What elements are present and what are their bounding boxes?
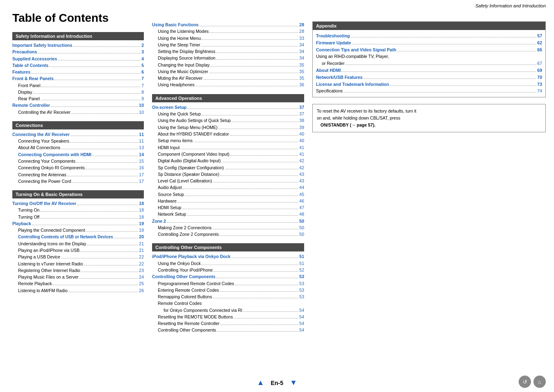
header-title: Safety Information and Introduction [476, 3, 546, 8]
toc-item-remap: Remapping Colored Buttons [158, 293, 212, 300]
back-icon: ↺ [523, 379, 527, 385]
toc-item-headphones: Using Headphones [158, 81, 194, 88]
toc-item-hardware: Hardware [158, 198, 177, 204]
mid-column: Using Basic Functions28 Using the Listen… [152, 10, 304, 334]
left-column: Table of Contents Safety Information and… [12, 10, 144, 334]
toc-item-component-video: Component (Component Video Input) [158, 151, 229, 157]
toc-item-hdmi-setup: HDMI Setup [158, 204, 181, 211]
toc-item-turning-off: Turning Off [18, 214, 39, 220]
toc-item-playing-conn: Playing the Connected Component [18, 227, 85, 233]
appendix-box: Appendix Troubleshooting57 Firmware Upda… [312, 21, 546, 97]
toc-link-precautions[interactable]: Precautions [12, 48, 37, 55]
toc-item-home-menu: Using the Home Menu [158, 35, 201, 42]
toc-item-controlling-av: Controlling the AV Receiver [18, 109, 71, 115]
toc-item-icons-display: Understanding Icons on the Display [18, 240, 86, 247]
toc-link-network-usb[interactable]: Network/USB Features [316, 74, 362, 81]
section-header-advanced: Advanced Operations [152, 94, 304, 102]
toc-link-zone2[interactable]: Zone 2 [152, 218, 166, 224]
toc-advanced: On-screen Setup37 Using the Quick Setup3… [152, 104, 304, 238]
home-icon-btn[interactable]: ⌂ [533, 376, 546, 388]
toc-link-usb-net[interactable]: Controlling Contents of USB or Network D… [18, 234, 113, 240]
toc-link-troubleshooting[interactable]: Troubleshooting [316, 32, 350, 39]
toc-link-ipod-dock[interactable]: iPod/iPhone Playback via Onkyo Dock [152, 253, 231, 260]
toc-item-ipod-usb: Playing an iPod/iPhone via USB [18, 247, 79, 254]
section-header-connections: Connections [12, 121, 144, 129]
right-column: Appendix Troubleshooting57 Firmware Upda… [312, 10, 546, 334]
toc-item-hdmi-input: HDMI Input [158, 144, 180, 151]
toc-item-onkyo-ri-conn: for Onkyo Components Connected via RI [164, 307, 242, 314]
toc-safety: Important Safety Instructions2 Precautio… [12, 42, 144, 115]
toc-item-level-cal: Level Cal (Level Calibration) [158, 178, 212, 184]
toc-link-turning[interactable]: Turning On/Off the AV Receiver [12, 200, 76, 207]
home-icon: ⌂ [538, 379, 541, 385]
toc-item-reset-remote-ctrl: Resetting the Remote Controller [158, 320, 219, 327]
toc-link-basic[interactable]: Using Basic Functions [152, 21, 199, 28]
toc-item-rihd-line2: or Recorder [322, 60, 344, 67]
toc-item-onkyo-dock: Using the Onkyo Dock [158, 260, 201, 267]
toc-link-ctrl-other[interactable]: Controlling Other Components [152, 273, 215, 280]
section-header-safety: Safety Information and Introduction [12, 32, 144, 40]
toc-link-toc[interactable]: Table of Contents [12, 62, 48, 69]
section-header-ctrl: Controlling Other Components [152, 243, 304, 251]
toc-link-front-rear[interactable]: Front & Rear Panels [12, 75, 53, 82]
toc-link-supplied[interactable]: Supplied Accessories [12, 55, 57, 62]
main-title: Table of Contents [12, 12, 144, 25]
toc-item-amfm: Listening to AM/FM Radio [18, 287, 67, 294]
toc-item-muting: Muting the AV Receiver [158, 75, 203, 81]
toc-item-specs: Specifications [316, 88, 343, 95]
arrow-down[interactable]: ▼ [290, 378, 297, 387]
toc-item-reg-radio: Registering Other Internet Radio [18, 267, 80, 274]
page-label: En-5 [271, 380, 283, 386]
toc-item-display: Display [18, 89, 32, 95]
toc-item-onkyo-ri: Connecting Onkyo RI Components [18, 164, 85, 171]
note-line3: ON/STANDBY (→ page 57). [317, 122, 376, 127]
toc-item-ctrl-ipod: Controlling Your iPod/iPhone [158, 267, 213, 273]
toc-item-source-setup: Source Setup [158, 191, 184, 198]
toc-item-music-optimizer: Using the Music Optimizer [158, 68, 208, 75]
page-header: Safety Information and Introduction [0, 0, 554, 10]
toc-item-vtuner: Listening to vTuner Internet Radio [18, 261, 83, 267]
toc-item-listening-modes: Using the Listening Modes [158, 28, 209, 35]
toc-link-safety-1[interactable]: Important Safety Instructions [12, 42, 72, 48]
toc-link-license[interactable]: License and Trademark Information [316, 81, 389, 88]
toc-item-sp-config: Sp Config (Speaker Configuration) [158, 164, 224, 171]
toc-item-setup-menu: Using the Setup Menu (HOME) [158, 124, 217, 131]
toc-link-onscreen[interactable]: On-screen Setup [152, 104, 187, 111]
toc-item-digital-audio: Digital Audio (Digital Audio Input) [158, 157, 221, 164]
toc-item-audio-settings: Using the Audio Settings of Quick Setup [158, 118, 231, 124]
appendix-header: Appendix [313, 22, 545, 30]
toc-ctrl: iPod/iPhone Playback via Onkyo Dock51 Us… [152, 253, 304, 333]
toc-item-audio-adjust: Audio Adjust [158, 184, 182, 191]
arrow-up[interactable]: ▲ [257, 378, 264, 387]
toc-item-entering-codes: Entering Remote Control Codes [158, 287, 219, 293]
toc-item-your-comp: Connecting Your Components [18, 158, 76, 164]
toc-link-firmware[interactable]: Firmware Update [316, 39, 351, 46]
toc-item-front-panel: Front Panel [18, 82, 40, 89]
toc-item-preprog: Preprogrammed Remote Control Codes [158, 280, 234, 287]
toc-item-zone2-ctrl: Controlling Zone 2 Components [158, 231, 219, 238]
toc-link-connecting-av[interactable]: Connecting the AV Receiver [12, 131, 69, 138]
toc-item-sp-distance: Sp Distance (Speaker Distance) [158, 171, 219, 178]
toc-link-conn-tips[interactable]: Connection Tips and Video Signal Path [316, 46, 396, 53]
toc-item-input-display: Changing the Input Display [158, 62, 210, 68]
toc-link-hdmi[interactable]: Connecting Components with HDMI [18, 151, 92, 158]
note-line1: To reset the AV receiver to its factory … [317, 108, 416, 113]
note-line2: on and, while holding down CBL/SAT, pres… [317, 115, 400, 120]
toc-item-power-cord: Connecting the Power Cord [18, 178, 71, 184]
page-footer: ▲ En-5 ▼ [0, 378, 554, 387]
toc-item-turning-on: Turning On [18, 207, 39, 213]
toc-item-network-setup: Network Setup [158, 211, 186, 217]
footer-nav-icons: ↺ ⌂ [519, 376, 546, 388]
toc-item-rear-panel: Rear Panel [18, 95, 40, 102]
back-icon-btn[interactable]: ↺ [519, 376, 531, 388]
toc-item-speakers: Connecting Your Speakers [18, 138, 69, 144]
toc-item-antennas: Connecting the Antennas [18, 171, 66, 178]
toc-item-remote-play: Remote Playback [18, 280, 52, 287]
toc-link-about-hdmi[interactable]: About HDMI [316, 67, 341, 74]
toc-link-features[interactable]: Features [12, 69, 30, 75]
toc-basic: Using Basic Functions28 Using the Listen… [152, 21, 304, 88]
toc-item-sleep-timer: Using the Sleep Timer [158, 42, 200, 48]
toc-link-remote[interactable]: Remote Controller [12, 102, 50, 108]
toc-item-quick-setup: Using the Quick Setup [158, 111, 201, 117]
toc-link-playback[interactable]: Playback [12, 220, 31, 227]
